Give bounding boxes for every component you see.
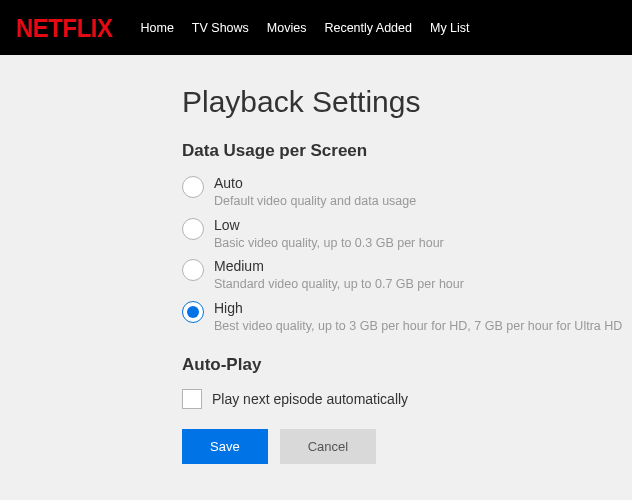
nav-item-tvshows[interactable]: TV Shows	[192, 21, 249, 35]
page-title: Playback Settings	[182, 85, 632, 119]
radio-label: Medium	[214, 258, 464, 274]
radio-label: High	[214, 300, 622, 316]
autoplay-heading: Auto-Play	[182, 355, 632, 375]
nav-item-home[interactable]: Home	[141, 21, 174, 35]
radio-desc: Standard video quality, up to 0.7 GB per…	[214, 276, 464, 294]
radio-dot-icon	[187, 306, 199, 318]
checkbox-icon	[182, 389, 202, 409]
radio-circle-icon	[182, 301, 204, 323]
data-usage-heading: Data Usage per Screen	[182, 141, 632, 161]
topbar: NETFLIX Home TV Shows Movies Recently Ad…	[0, 0, 632, 55]
radio-label: Low	[214, 217, 444, 233]
radio-desc: Basic video quality, up to 0.3 GB per ho…	[214, 235, 444, 253]
radio-circle-icon	[182, 176, 204, 198]
autoplay-checkbox-label: Play next episode automatically	[212, 391, 408, 407]
radio-label: Auto	[214, 175, 416, 191]
radio-low[interactable]: Low Basic video quality, up to 0.3 GB pe…	[182, 217, 632, 253]
button-row: Save Cancel	[182, 429, 632, 464]
radio-auto[interactable]: Auto Default video quality and data usag…	[182, 175, 632, 211]
nav: Home TV Shows Movies Recently Added My L…	[141, 21, 470, 35]
nav-item-mylist[interactable]: My List	[430, 21, 470, 35]
radio-high[interactable]: High Best video quality, up to 3 GB per …	[182, 300, 632, 336]
data-usage-radio-group: Auto Default video quality and data usag…	[182, 175, 632, 335]
radio-desc: Default video quality and data usage	[214, 193, 416, 211]
radio-medium[interactable]: Medium Standard video quality, up to 0.7…	[182, 258, 632, 294]
nav-item-recently-added[interactable]: Recently Added	[324, 21, 412, 35]
radio-circle-icon	[182, 259, 204, 281]
nav-item-movies[interactable]: Movies	[267, 21, 307, 35]
netflix-logo[interactable]: NETFLIX	[16, 12, 113, 43]
save-button[interactable]: Save	[182, 429, 268, 464]
radio-circle-icon	[182, 218, 204, 240]
content: Playback Settings Data Usage per Screen …	[0, 55, 632, 464]
radio-desc: Best video quality, up to 3 GB per hour …	[214, 318, 622, 336]
autoplay-checkbox-row[interactable]: Play next episode automatically	[182, 389, 632, 409]
cancel-button[interactable]: Cancel	[280, 429, 376, 464]
